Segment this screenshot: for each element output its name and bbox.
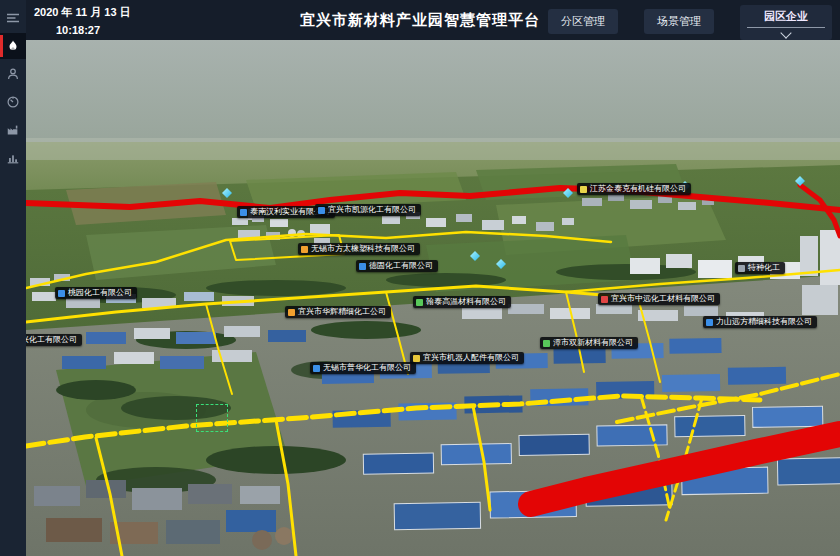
company-name: 宜兴市中远化工材料有限公司 [611,295,715,303]
person-icon [6,67,20,81]
datetime-block: 2020 年 11 月 13 日 10:18:27 [34,5,131,36]
company-label[interactable]: 宜兴市机器人配件有限公司 [410,352,524,364]
sidebar [0,0,26,556]
active-indicator [0,35,3,57]
sidebar-item-menu[interactable] [0,5,26,31]
factory-icon [6,123,20,137]
company-icon [58,290,65,297]
company-name: 力山远方精细科技有限公司 [716,318,812,326]
park-enterprise-dropdown[interactable]: 园区企业 [740,5,832,40]
company-name: 宜兴市机器人配件有限公司 [423,354,519,362]
company-label[interactable]: 宜兴市华辉精细化工公司 [285,306,391,318]
zone-management-button[interactable]: 分区管理 [548,9,618,34]
company-label[interactable]: 桃园化工有限公司 [55,287,137,299]
hamburger-icon [5,10,21,26]
sidebar-item-factory[interactable] [0,117,26,143]
map-overlay: 泰南汉利实业有限公司宜兴市凯源化工有限公司无锡市方太橡塑科技有限公司德固化工有限… [26,40,840,556]
company-label[interactable]: 特种化工 [735,262,785,274]
sidebar-item-energy-gauge[interactable] [0,89,26,115]
poi-marker-icon[interactable] [222,188,232,200]
poi-marker-icon[interactable] [563,188,573,200]
company-name: 特种化工 [748,264,780,272]
company-name: 江苏金泰克有机硅有限公司 [590,185,686,193]
company-icon [301,246,308,253]
company-name: 翰泰高温材料有限公司 [426,298,506,306]
poi-marker-icon[interactable] [470,251,480,263]
company-label[interactable]: 江苏金泰克有机硅有限公司 [577,183,691,195]
gauge-icon [6,95,20,109]
company-name: 宜兴化工有限公司 [26,336,77,344]
company-label[interactable]: 无锡市方太橡塑科技有限公司 [298,243,420,255]
company-name: 宜兴市凯源化工有限公司 [328,206,416,214]
flame-icon [6,39,20,54]
company-label[interactable]: 宜兴市中远化工材料有限公司 [598,293,720,305]
header-time: 10:18:27 [56,24,131,36]
company-icon [313,365,320,372]
company-icon [240,209,247,216]
company-label[interactable]: 力山远方精细科技有限公司 [703,316,817,328]
company-icon [413,355,420,362]
company-icon [416,299,423,306]
company-label[interactable]: 德固化工有限公司 [356,260,438,272]
selection-box [196,404,228,432]
company-label[interactable]: 翰泰高温材料有限公司 [413,296,511,308]
company-icon [706,319,713,326]
company-label[interactable]: 无锡市普华化工有限公司 [310,362,416,374]
company-label[interactable]: 宜兴化工有限公司 [26,334,82,346]
company-icon [601,296,608,303]
poi-marker-icon[interactable] [496,259,506,271]
company-icon [359,263,366,270]
company-name: 桃园化工有限公司 [68,289,132,297]
company-icon [543,340,550,347]
company-icon [738,265,745,272]
sidebar-item-statistics[interactable] [0,145,26,171]
company-label[interactable]: 宜兴市凯源化工有限公司 [315,204,421,216]
company-name: 宜兴市华辉精细化工公司 [298,308,386,316]
company-icon [580,186,587,193]
company-name: 无锡市普华化工有限公司 [323,364,411,372]
company-icon [318,207,325,214]
company-name: 无锡市方太橡塑科技有限公司 [311,245,415,253]
header-buttons: 分区管理场景管理 [548,9,714,34]
bar-chart-icon [6,151,20,165]
header-date: 2020 年 11 月 13 日 [34,5,131,20]
company-name: 潭市双新材料有限公司 [553,339,633,347]
company-icon [288,309,295,316]
dropdown-label: 园区企业 [764,9,808,24]
poi-marker-icon[interactable] [795,176,805,188]
chevron-down-icon [780,27,791,38]
scene-management-button[interactable]: 场景管理 [644,9,714,34]
company-name: 德固化工有限公司 [369,262,433,270]
company-label[interactable]: 潭市双新材料有限公司 [540,337,638,349]
sidebar-item-personnel[interactable] [0,61,26,87]
header-actions: 分区管理场景管理 园区企业 [548,5,832,40]
sidebar-item-fire-monitor[interactable] [0,33,26,59]
header-bar: 2020 年 11 月 13 日 10:18:27 宜兴市新材料产业园智慧管理平… [0,0,840,40]
map-3d-view[interactable]: 泰南汉利实业有限公司宜兴市凯源化工有限公司无锡市方太橡塑科技有限公司德固化工有限… [26,40,840,556]
